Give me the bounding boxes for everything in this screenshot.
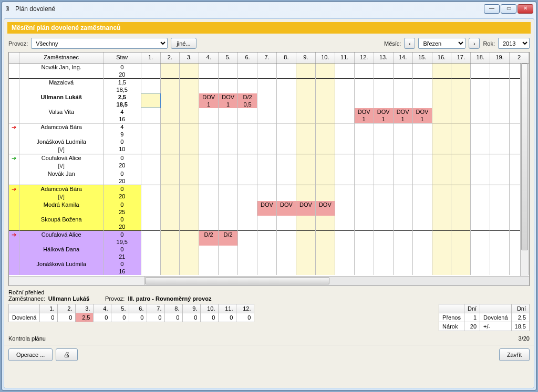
employee-name[interactable]: Ullmann Lukáš xyxy=(19,93,103,108)
day-cell[interactable] xyxy=(276,170,296,185)
day-cell[interactable] xyxy=(490,185,510,201)
day-cell[interactable] xyxy=(238,246,257,260)
day-cell[interactable] xyxy=(335,260,354,275)
day-cell[interactable] xyxy=(160,123,180,138)
operace-button[interactable]: Operace ... xyxy=(8,348,53,361)
day-cell[interactable] xyxy=(335,123,354,138)
day-cell[interactable] xyxy=(374,201,393,216)
day-cell[interactable] xyxy=(393,154,412,170)
col-day[interactable]: 9. xyxy=(296,52,315,63)
day-cell[interactable] xyxy=(219,185,238,201)
day-cell[interactable]: D/2 xyxy=(199,230,219,246)
day-cell[interactable] xyxy=(315,260,335,275)
col-day[interactable]: 1. xyxy=(141,52,160,63)
day-cell[interactable] xyxy=(451,123,471,138)
day-cell[interactable] xyxy=(354,201,374,216)
day-cell[interactable] xyxy=(471,154,490,170)
day-cell[interactable] xyxy=(219,123,238,138)
day-cell[interactable] xyxy=(296,185,315,201)
day-cell[interactable] xyxy=(451,108,471,123)
employee-name[interactable]: Novák Jan xyxy=(19,170,103,185)
day-cell[interactable] xyxy=(315,63,335,78)
employee-name[interactable]: Hálková Dana xyxy=(19,246,103,260)
vertical-scrollbar[interactable] xyxy=(520,63,529,276)
day-cell[interactable] xyxy=(219,170,238,185)
day-cell[interactable] xyxy=(432,201,451,216)
day-cell[interactable] xyxy=(315,123,335,138)
day-cell[interactable] xyxy=(180,216,199,231)
day-cell[interactable] xyxy=(354,170,374,185)
day-cell[interactable] xyxy=(335,230,354,246)
day-cell[interactable] xyxy=(257,170,277,185)
day-cell[interactable] xyxy=(374,185,393,201)
day-cell[interactable] xyxy=(374,93,393,108)
day-cell[interactable] xyxy=(393,246,412,260)
day-cell[interactable] xyxy=(257,260,277,275)
day-cell[interactable] xyxy=(374,138,393,154)
day-cell[interactable] xyxy=(471,78,490,93)
day-cell[interactable] xyxy=(199,246,219,260)
day-cell[interactable] xyxy=(219,246,238,260)
day-cell[interactable] xyxy=(393,216,412,231)
day-cell[interactable] xyxy=(160,216,180,231)
day-cell[interactable] xyxy=(219,154,238,170)
day-cell[interactable] xyxy=(432,108,451,123)
close-button[interactable]: ✕ xyxy=(518,4,533,14)
day-cell[interactable] xyxy=(296,93,315,108)
day-cell[interactable] xyxy=(315,216,335,231)
day-cell[interactable] xyxy=(180,154,199,170)
day-cell[interactable] xyxy=(451,260,471,275)
day-cell[interactable] xyxy=(412,230,432,246)
jine-button[interactable]: jiné... xyxy=(171,38,196,49)
day-cell[interactable] xyxy=(238,78,257,93)
col-day[interactable]: 2. xyxy=(160,52,180,63)
day-cell[interactable] xyxy=(412,138,432,154)
day-cell[interactable] xyxy=(315,185,335,201)
day-cell[interactable]: DOV xyxy=(276,201,296,216)
col-day[interactable]: 5. xyxy=(219,52,238,63)
col-day[interactable]: 12. xyxy=(354,52,374,63)
day-cell[interactable] xyxy=(374,63,393,78)
day-cell[interactable] xyxy=(432,230,451,246)
day-cell[interactable] xyxy=(219,63,238,78)
day-cell[interactable] xyxy=(471,170,490,185)
day-cell[interactable] xyxy=(219,201,238,216)
day-cell[interactable] xyxy=(335,216,354,231)
employee-name[interactable]: Adamcová Bára xyxy=(19,123,103,138)
day-cell[interactable] xyxy=(412,201,432,216)
day-cell[interactable] xyxy=(238,154,257,170)
day-cell[interactable] xyxy=(276,108,296,123)
day-cell[interactable] xyxy=(471,201,490,216)
day-cell[interactable] xyxy=(412,260,432,275)
day-cell[interactable]: D/20,5 xyxy=(238,93,257,108)
grid[interactable]: ZaměstnanecStav1.2.3.4.5.6.7.8.9.10.11.1… xyxy=(8,52,530,286)
day-cell[interactable] xyxy=(451,246,471,260)
day-cell[interactable] xyxy=(451,216,471,231)
day-cell[interactable] xyxy=(160,230,180,246)
day-cell[interactable] xyxy=(490,63,510,78)
day-cell[interactable] xyxy=(180,260,199,275)
day-cell[interactable] xyxy=(374,260,393,275)
day-cell[interactable] xyxy=(335,138,354,154)
day-cell[interactable] xyxy=(199,185,219,201)
day-cell[interactable] xyxy=(160,246,180,260)
col-day[interactable]: 2 xyxy=(510,52,529,63)
day-cell[interactable] xyxy=(160,154,180,170)
day-cell[interactable] xyxy=(471,108,490,123)
day-cell[interactable] xyxy=(432,123,451,138)
employee-name[interactable]: Skoupá Božena xyxy=(19,216,103,231)
day-cell[interactable] xyxy=(315,246,335,260)
day-cell[interactable] xyxy=(296,246,315,260)
day-cell[interactable] xyxy=(315,170,335,185)
day-cell[interactable] xyxy=(490,216,510,231)
day-cell[interactable] xyxy=(141,108,160,123)
day-cell[interactable] xyxy=(412,123,432,138)
col-day[interactable]: 19. xyxy=(490,52,510,63)
day-cell[interactable] xyxy=(354,78,374,93)
day-cell[interactable]: DOV1 xyxy=(412,108,432,123)
day-cell[interactable] xyxy=(160,93,180,108)
day-cell[interactable] xyxy=(257,123,277,138)
day-cell[interactable] xyxy=(296,260,315,275)
day-cell[interactable] xyxy=(451,63,471,78)
day-cell[interactable] xyxy=(490,246,510,260)
